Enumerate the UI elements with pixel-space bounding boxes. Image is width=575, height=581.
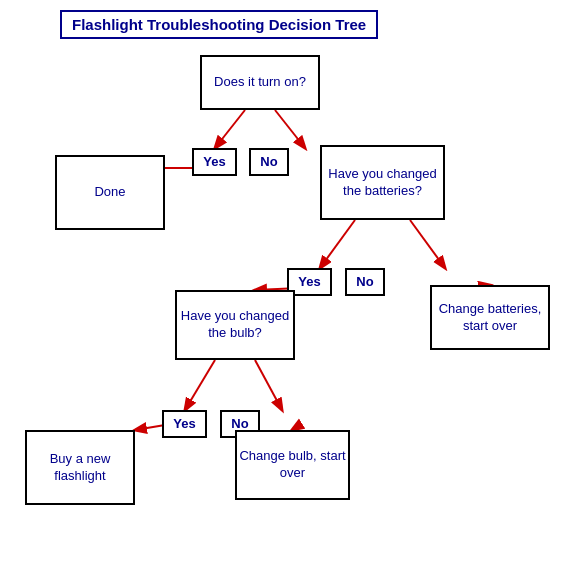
- node-done: Done: [55, 155, 165, 230]
- svg-line-9: [255, 360, 282, 410]
- yes-btn-1: Yes: [192, 148, 237, 176]
- node-q2: Have you changed the batteries?: [320, 145, 445, 220]
- svg-line-1: [275, 110, 305, 148]
- node-change-bulb: Change bulb, start over: [235, 430, 350, 500]
- node-buy: Buy a new flashlight: [25, 430, 135, 505]
- node-change-bat: Change batteries, start over: [430, 285, 550, 350]
- yes-btn-3: Yes: [162, 410, 207, 438]
- svg-line-0: [215, 110, 245, 148]
- svg-line-8: [185, 360, 215, 410]
- svg-line-10: [135, 425, 165, 430]
- node-q3: Have you changed the bulb?: [175, 290, 295, 360]
- no-btn-1: No: [249, 148, 289, 176]
- diagram: Flashlight Troubleshooting Decision Tree: [0, 0, 575, 581]
- svg-line-4: [320, 220, 355, 268]
- no-btn-2: No: [345, 268, 385, 296]
- svg-line-5: [410, 220, 445, 268]
- node-q1: Does it turn on?: [200, 55, 320, 110]
- diagram-title: Flashlight Troubleshooting Decision Tree: [60, 10, 378, 39]
